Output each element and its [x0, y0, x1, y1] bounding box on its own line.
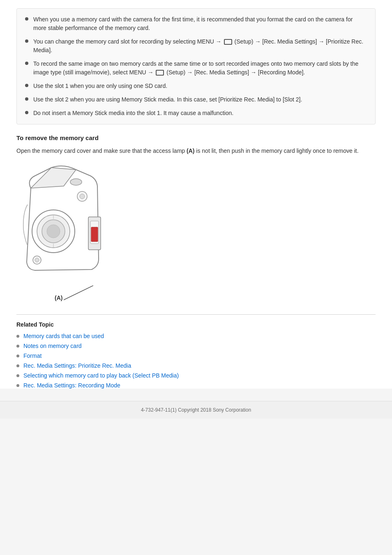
bullet-text-5: Use the slot 2 when you are using Memory… — [33, 95, 302, 104]
svg-line-14 — [64, 286, 93, 300]
related-bullet — [16, 355, 19, 357]
related-bullet — [16, 384, 19, 387]
svg-point-5 — [80, 194, 85, 199]
bullet-text-4: Use the slot 1 when you are only using o… — [33, 82, 167, 90]
bullet-dot — [25, 84, 28, 87]
related-link-2[interactable]: Notes on memory card — [23, 343, 82, 349]
bullet-item-4: Use the slot 1 when you are only using o… — [25, 82, 367, 90]
bullet-section: When you use a memory card with the came… — [16, 8, 376, 124]
related-bullet — [16, 364, 19, 367]
bullet-item-5: Use the slot 2 when you are using Memory… — [25, 95, 367, 104]
related-link-5[interactable]: Selecting which memory card to play back… — [23, 372, 179, 379]
bullet-dot — [25, 39, 28, 43]
svg-point-3 — [47, 225, 60, 238]
related-link-3[interactable]: Format — [23, 352, 42, 359]
remove-paragraph: Open the memory card cover and make sure… — [16, 146, 376, 155]
bullet-dot — [25, 17, 28, 21]
svg-point-7 — [35, 258, 39, 262]
svg-text:(A): (A) — [55, 295, 62, 301]
bullet-text-6: Do not insert a Memory Stick media into … — [33, 109, 233, 117]
bullet-dot — [25, 62, 28, 65]
related-link-1[interactable]: Memory cards that can be used — [23, 333, 104, 339]
bullet-text-3: To record the same image on two memory c… — [33, 60, 367, 77]
bullet-item-3: To record the same image on two memory c… — [25, 60, 367, 77]
camera-diagram: (A) — [16, 164, 107, 302]
bullet-text-2: You can change the memory card slot for … — [33, 37, 367, 55]
bullet-item-1: When you use a memory card with the came… — [25, 15, 367, 32]
related-link-6[interactable]: Rec. Media Settings: Recording Mode — [23, 382, 120, 389]
footer-text: 4-732-947-11(1) Copyright 2018 Sony Corp… — [141, 407, 251, 413]
related-list-item: Selecting which memory card to play back… — [16, 372, 376, 379]
related-list-item: Notes on memory card — [16, 343, 376, 349]
footer: 4-732-947-11(1) Copyright 2018 Sony Corp… — [0, 401, 392, 419]
remove-heading: To remove the memory card — [16, 134, 376, 141]
camera-svg — [18, 164, 105, 284]
related-list-item: Format — [16, 352, 376, 359]
related-list: Memory cards that can be used Notes on m… — [16, 333, 376, 389]
related-bullet — [16, 345, 19, 348]
bullet-dot — [25, 97, 28, 101]
related-bullet — [16, 374, 19, 377]
related-link-4[interactable]: Rec. Media Settings: Prioritize Rec. Med… — [23, 362, 131, 369]
page-wrapper: When you use a memory card with the came… — [0, 0, 392, 389]
bullet-item-2: You can change the memory card slot for … — [25, 37, 367, 55]
label-a: (A) — [187, 147, 194, 154]
related-list-item: Rec. Media Settings: Recording Mode — [16, 382, 376, 389]
related-list-item: Rec. Media Settings: Prioritize Rec. Med… — [16, 362, 376, 369]
divider — [16, 314, 376, 315]
related-list-item: Memory cards that can be used — [16, 333, 376, 339]
related-topic-heading: Related Topic — [16, 321, 376, 328]
svg-point-13 — [70, 179, 82, 185]
related-topic-section: Related Topic Memory cards that can be u… — [16, 321, 376, 389]
bullet-text-1: When you use a memory card with the came… — [33, 15, 367, 32]
bullet-item-6: Do not insert a Memory Stick media into … — [25, 109, 367, 117]
related-bullet — [16, 335, 19, 338]
bullet-dot — [25, 111, 28, 114]
remove-section: To remove the memory card Open the memor… — [16, 134, 376, 302]
svg-rect-10 — [91, 227, 98, 242]
